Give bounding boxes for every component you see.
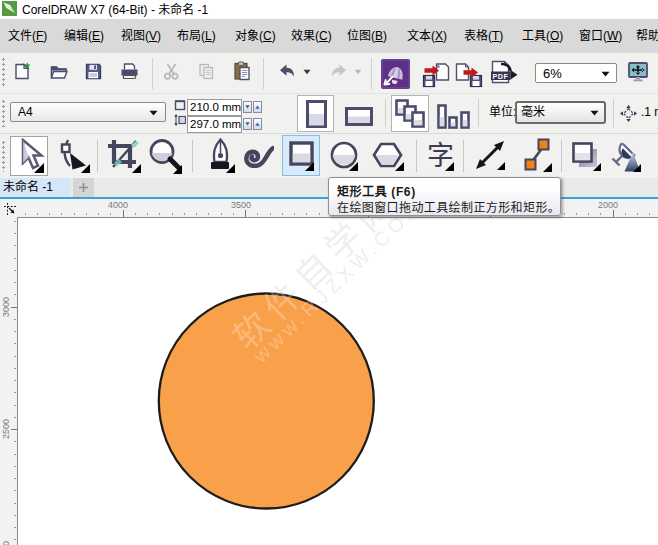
svg-text:PDF: PDF	[493, 72, 509, 81]
